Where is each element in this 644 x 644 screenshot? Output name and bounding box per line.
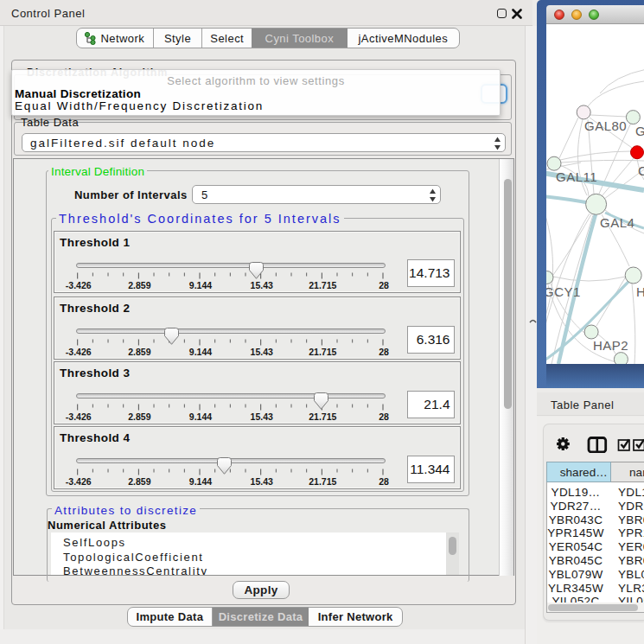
svg-text:C: C <box>638 163 644 178</box>
svg-text:GAL11: GAL11 <box>556 169 597 184</box>
svg-text:H: H <box>636 284 644 299</box>
svg-text:GA: GA <box>635 124 644 138</box>
svg-text:GAL4: GAL4 <box>600 215 634 230</box>
svg-text:HAP2: HAP2 <box>593 338 628 353</box>
svg-text:GCY1: GCY1 <box>546 284 581 299</box>
svg-text:GAL80: GAL80 <box>584 118 627 133</box>
